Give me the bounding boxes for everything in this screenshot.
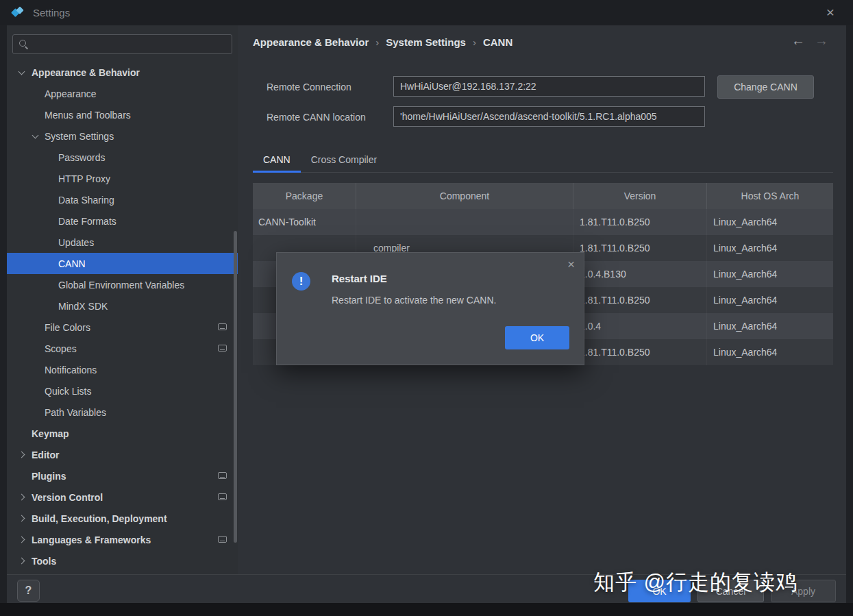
dialog-close-icon[interactable]: × <box>567 257 575 272</box>
background-strip-left <box>0 25 7 603</box>
sidebar-item-quick-lists[interactable]: Quick Lists <box>7 380 238 402</box>
tab-cross-compiler[interactable]: Cross Compiler <box>301 147 387 172</box>
sidebar-item-version-control[interactable]: Version Control <box>7 486 238 508</box>
tab-cann[interactable]: CANN <box>253 147 301 172</box>
sidebar-item-keymap[interactable]: Keymap <box>7 423 238 444</box>
column-header-version[interactable]: Version <box>573 183 707 209</box>
window-title: Settings <box>33 7 70 19</box>
chevron-right-icon[interactable] <box>18 494 25 501</box>
remote-cann-location-field[interactable] <box>393 106 705 127</box>
breadcrumb-system-settings[interactable]: System Settings <box>386 36 466 48</box>
info-icon: ! <box>292 272 310 291</box>
column-header-host-os-arch[interactable]: Host OS Arch <box>707 183 833 209</box>
sidebar-item-build-execution-deployment[interactable]: Build, Execution, Deployment <box>7 508 238 529</box>
search-icon <box>19 40 28 49</box>
screen-icon <box>218 536 227 543</box>
sidebar-item-global-environment-variables[interactable]: Global Environment Variables <box>7 274 238 295</box>
sidebar-item-appearance[interactable]: Appearance <box>7 83 238 104</box>
sidebar-item-system-settings[interactable]: System Settings <box>7 125 238 147</box>
screen-icon <box>218 472 227 479</box>
sidebar-item-tools[interactable]: Tools <box>7 550 238 571</box>
column-header-package[interactable]: Package <box>253 183 356 209</box>
sidebar-item-http-proxy[interactable]: HTTP Proxy <box>7 168 238 189</box>
table-row[interactable]: CANN-Toolkit 1.81.T11.0.B250 Linux_Aarch… <box>253 209 833 235</box>
forward-arrow-icon[interactable]: → <box>815 33 828 49</box>
package-tabs: CANN Cross Compiler <box>253 147 833 173</box>
dialog-ok-button[interactable]: OK <box>505 326 569 349</box>
breadcrumb: Appearance & Behavior › System Settings … <box>253 36 512 48</box>
window-close-icon[interactable]: × <box>826 3 835 21</box>
background-strip-bottom <box>0 603 853 616</box>
sidebar-item-editor[interactable]: Editor <box>7 444 238 465</box>
column-header-component[interactable]: Component <box>356 183 573 209</box>
sidebar-item-appearance-behavior[interactable]: Appearance & Behavior <box>7 62 238 83</box>
sidebar-item-passwords[interactable]: Passwords <box>7 147 238 168</box>
app-icon <box>12 7 24 19</box>
screen-icon <box>218 323 227 330</box>
chevron-down-icon[interactable] <box>18 69 25 75</box>
chevron-right-icon[interactable] <box>18 515 25 522</box>
search-input[interactable] <box>32 39 232 49</box>
breadcrumb-separator: › <box>375 36 379 48</box>
sidebar-item-notifications[interactable]: Notifications <box>7 359 238 380</box>
sidebar-item-languages-frameworks[interactable]: Languages & Frameworks <box>7 529 238 550</box>
help-button[interactable]: ? <box>17 580 40 602</box>
sidebar-item-plugins[interactable]: Plugins <box>7 465 238 486</box>
sidebar-item-file-colors[interactable]: File Colors <box>7 317 238 338</box>
change-cann-button[interactable]: Change CANN <box>717 75 814 99</box>
sidebar-item-menus-toolbars[interactable]: Menus and Toolbars <box>7 104 238 125</box>
background-strip-right <box>846 25 853 603</box>
remote-cann-location-label: Remote CANN location <box>267 112 366 123</box>
restart-ide-dialog: ! Restart IDE Restart IDE to activate th… <box>276 252 584 365</box>
watermark-text: 知乎 @行走的复读鸡 <box>593 568 798 597</box>
sidebar-item-updates[interactable]: Updates <box>7 232 238 253</box>
screen-icon <box>218 345 227 352</box>
breadcrumb-separator: › <box>473 36 476 48</box>
chevron-down-icon[interactable] <box>32 132 39 139</box>
settings-window: Settings × Appearance & Behavior Appeara… <box>0 0 853 616</box>
remote-connection-field[interactable] <box>393 76 705 97</box>
dialog-title: Restart IDE <box>332 273 387 284</box>
titlebar: Settings × <box>0 0 853 25</box>
table-header-row: Package Component Version Host OS Arch <box>253 183 833 209</box>
breadcrumb-appearance-behavior[interactable]: Appearance & Behavior <box>253 36 369 48</box>
settings-tree: Appearance & Behavior Appearance Menus a… <box>7 62 238 571</box>
settings-sidebar: Appearance & Behavior Appearance Menus a… <box>7 25 238 574</box>
sidebar-item-path-variables[interactable]: Path Variables <box>7 402 238 423</box>
sidebar-item-data-sharing[interactable]: Data Sharing <box>7 189 238 210</box>
breadcrumb-cann: CANN <box>483 36 512 48</box>
dialog-message: Restart IDE to activate the new CANN. <box>332 295 496 306</box>
sidebar-item-cann[interactable]: CANN <box>7 253 238 274</box>
sidebar-item-date-formats[interactable]: Date Formats <box>7 210 238 232</box>
sidebar-item-scopes[interactable]: Scopes <box>7 338 238 359</box>
sidebar-scrollbar[interactable] <box>234 231 237 543</box>
sidebar-item-mindx-sdk[interactable]: MindX SDK <box>7 295 238 317</box>
history-nav: ← → <box>791 33 828 49</box>
chevron-right-icon[interactable] <box>18 537 25 543</box>
back-arrow-icon[interactable]: ← <box>791 33 805 49</box>
chevron-right-icon[interactable] <box>18 558 25 565</box>
screen-icon <box>218 493 227 500</box>
settings-search[interactable] <box>12 34 232 54</box>
chevron-right-icon[interactable] <box>18 452 25 458</box>
remote-connection-label: Remote Connection <box>267 82 351 93</box>
